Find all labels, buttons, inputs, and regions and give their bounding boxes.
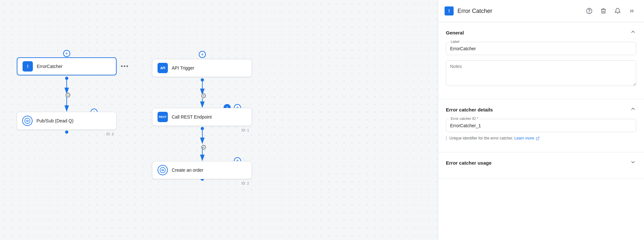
flow-canvas[interactable]: + ! ErrorCatcher ••• ⚙ + Pub/Sub (Dead Q… — [0, 0, 438, 240]
help-button[interactable] — [583, 5, 595, 17]
help-text: Unique identifier for the error catcher.… — [446, 136, 636, 140]
error-icon: ! — [23, 61, 33, 72]
svg-point-8 — [65, 130, 68, 134]
svg-point-15 — [589, 12, 590, 13]
collapse-panel-button[interactable] — [626, 5, 638, 17]
error-catcher-usage-section: Error catcher usage — [438, 152, 644, 179]
label-fieldset: Label — [446, 42, 636, 55]
right-panel: ! Error Catcher — [438, 0, 644, 240]
error-catcher-details-section: Error catcher details Error catcher ID *… — [438, 99, 644, 152]
api-icon: API — [158, 63, 168, 73]
label-input[interactable] — [450, 46, 632, 51]
error-catcher-id-input[interactable] — [450, 123, 632, 128]
details-title: Error catcher details — [446, 107, 493, 112]
notes-textarea[interactable] — [446, 60, 636, 86]
add-above-error-catcher[interactable]: + — [63, 50, 70, 57]
rest-node[interactable]: REST Call REST Endpoint ID: 1 — [152, 108, 252, 126]
panel-title: Error Catcher — [457, 8, 580, 14]
error-id-fieldset: Error catcher ID * — [446, 119, 636, 132]
pubsub-node[interactable]: Pub/Sub (Dead Q) ID: 3 — [17, 112, 117, 130]
api-trigger-node[interactable]: API API Trigger — [152, 59, 252, 77]
create-order-node[interactable]: Create an order ID: 2 — [152, 161, 252, 179]
order-icon — [158, 165, 168, 175]
svg-line-16 — [537, 137, 539, 139]
panel-actions — [583, 5, 638, 17]
delete-button[interactable] — [598, 5, 609, 17]
gear-icon-1: ⚙ — [65, 91, 71, 100]
pubsub-label: Pub/Sub (Dead Q) — [36, 118, 73, 123]
pubsub-icon — [22, 116, 33, 126]
details-toggle[interactable] — [630, 106, 636, 114]
error-catcher-node[interactable]: ! ErrorCatcher ••• — [17, 57, 117, 75]
panel-header: ! Error Catcher — [438, 0, 644, 22]
error-catcher-label: ErrorCatcher — [37, 64, 62, 69]
usage-section-header: Error catcher usage — [446, 159, 636, 167]
svg-point-7 — [65, 77, 68, 80]
details-section-header: Error catcher details — [446, 106, 636, 114]
learn-more-link[interactable]: Learn more — [514, 136, 540, 140]
general-section-header: General — [446, 29, 636, 37]
error-id-label: Error catcher ID * — [449, 117, 479, 120]
general-section: General Label — [438, 22, 644, 99]
svg-point-10 — [201, 127, 204, 130]
rest-label: Call REST Endpoint — [172, 114, 212, 120]
gear-icon-3: ⚙ — [200, 143, 207, 152]
api-trigger-label: API Trigger — [172, 65, 194, 71]
notes-field-group — [446, 60, 636, 87]
node-more-menu[interactable]: ••• — [121, 63, 129, 70]
notifications-button[interactable] — [612, 5, 623, 17]
svg-point-9 — [201, 78, 204, 82]
panel-node-icon: ! — [445, 6, 454, 15]
order-label: Create an order — [172, 168, 203, 173]
error-catcher-id-group: Error catcher ID * Unique identifier for… — [446, 119, 636, 140]
order-id: ID: 2 — [242, 181, 249, 185]
label-field-group: Label — [446, 42, 636, 55]
general-title: General — [446, 30, 464, 35]
pubsub-id: ID: 3 — [106, 132, 114, 136]
svg-point-13 — [160, 168, 166, 173]
usage-title: Error catcher usage — [446, 160, 492, 166]
rest-id: ID: 1 — [242, 128, 249, 132]
usage-toggle[interactable] — [630, 159, 636, 167]
gear-icon-2: ⚙ — [200, 92, 207, 100]
add-above-api[interactable]: + — [199, 51, 206, 58]
rest-icon: REST — [158, 112, 168, 122]
svg-point-12 — [25, 118, 30, 124]
label-field-label: Label — [449, 40, 461, 43]
general-toggle[interactable] — [630, 29, 636, 37]
